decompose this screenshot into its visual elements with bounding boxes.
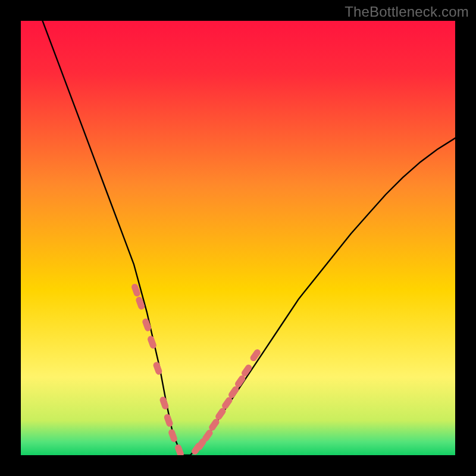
plot-area	[21, 21, 455, 455]
chart-container: TheBottleneck.com	[0, 0, 476, 476]
watermark-text: TheBottleneck.com	[345, 4, 469, 20]
chart-svg	[21, 21, 455, 455]
